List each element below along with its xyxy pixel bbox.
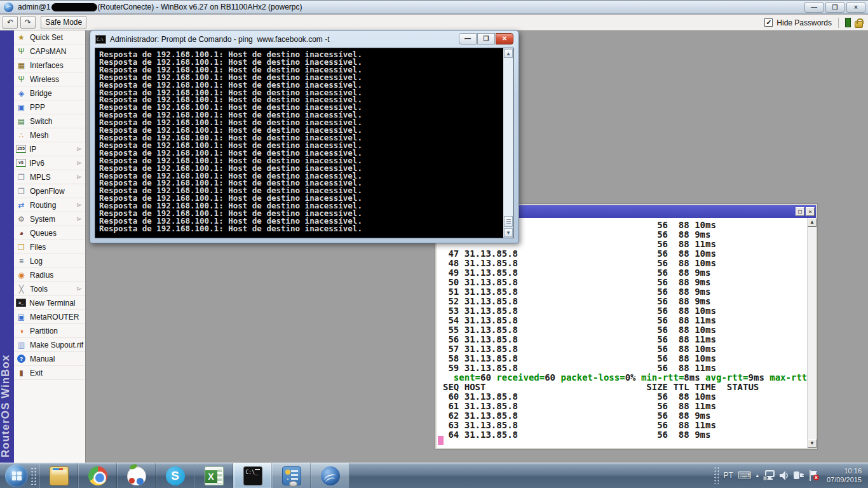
close-button[interactable]: ×	[846, 2, 865, 13]
undo-button[interactable]: ↶	[3, 16, 18, 29]
taskbar-button-skype[interactable]: S	[156, 463, 194, 488]
sidebar-item-ipv6[interactable]: v6IPv6▻	[14, 156, 85, 170]
cmd-scroll-down-button[interactable]: ▼	[504, 228, 513, 237]
sidebar-item-switch[interactable]: ▤Switch	[14, 114, 85, 128]
cmd-scroll-thumb[interactable]	[504, 216, 513, 227]
terminal-row: 50 31.13.85.8 56 88 9ms	[443, 278, 806, 287]
sidebar-item-mesh[interactable]: ∴Mesh	[14, 128, 85, 142]
sidebar-item-ppp[interactable]: ▣PPP	[14, 100, 85, 114]
sidebar-item-label: PPP	[30, 103, 45, 112]
network-icon[interactable]	[763, 470, 775, 481]
sidebar-item-label: Files	[30, 243, 46, 252]
metarouter-icon: ▣	[16, 312, 27, 322]
cmd-maximize-button[interactable]: ❐	[477, 33, 495, 44]
sidebar-item-log[interactable]: ≡Log	[14, 254, 85, 268]
terminal-close-button[interactable]: ×	[806, 207, 815, 216]
language-indicator[interactable]: PT	[723, 471, 733, 480]
sidebar-item-new-terminal[interactable]: >_New Terminal	[14, 296, 85, 310]
sidebar-item-exit[interactable]: ▮Exit	[14, 366, 85, 380]
terminal-stats-row: sent=60 received=60 packet-loss=0% min-r…	[443, 373, 806, 383]
sidebar-item-capsman[interactable]: ΨCAPsMAN	[14, 44, 85, 58]
sidebar-item-ip[interactable]: 255IP▻	[14, 142, 85, 156]
terminal-cursor	[438, 436, 444, 445]
clock[interactable]: 10:16 07/09/2015	[827, 466, 862, 484]
start-button[interactable]	[5, 464, 28, 487]
taskbar-button-excel[interactable]	[194, 463, 233, 488]
hide-passwords-checkbox[interactable]: ✓	[764, 18, 773, 27]
sidebar-item-label: Queues	[30, 229, 57, 238]
sidebar-item-interfaces[interactable]: ▦Interfaces	[14, 58, 85, 72]
sidebar-item-manual[interactable]: ?Manual	[14, 352, 85, 366]
cmd-minimize-button[interactable]: —	[459, 33, 477, 44]
sidebar-item-label: Log	[30, 257, 43, 266]
terminal-scrollbar[interactable]: ▲ ▼	[807, 218, 816, 448]
cmd-titlebar[interactable]: C:\ Administrador: Prompt de Comando - p…	[90, 30, 519, 48]
log-icon: ≡	[16, 256, 27, 266]
terminal-header-row: SEQ HOST SIZE TTL TIME STATUS	[443, 383, 806, 392]
winbox-app-icon	[4, 3, 13, 12]
sidebar-item-quick-set[interactable]: ★Quick Set	[14, 30, 85, 44]
sidebar-item-queues[interactable]: ◕Queues	[14, 226, 85, 240]
bridge-icon: ◈	[16, 88, 27, 98]
taskbar-button-winbox-session[interactable]	[311, 463, 349, 488]
cmd-scrollbar[interactable]: ▲ ▼	[503, 48, 513, 238]
sidebar-item-mpls[interactable]: ❐MPLS▻	[14, 170, 85, 184]
taskbar-button-chrome[interactable]	[78, 463, 117, 488]
radius-icon: ◉	[16, 270, 27, 280]
command-prompt-window[interactable]: C:\ Administrador: Prompt de Comando - p…	[90, 30, 519, 243]
excel-icon	[205, 466, 224, 485]
sidebar-item-openflow[interactable]: ❐OpenFlow	[14, 184, 85, 198]
mouse-icon	[289, 481, 297, 487]
cmd-icon: C:\	[95, 35, 106, 44]
terminal-row: 60 31.13.85.8 56 88 10ms	[443, 392, 806, 402]
action-center-flag-icon[interactable]	[808, 470, 820, 481]
power-plug-icon[interactable]	[793, 470, 804, 480]
winbox-toolbar: ↶ ↷ Safe Mode ✓ Hide Passwords	[0, 15, 868, 30]
ppp-icon: ▣	[16, 102, 27, 112]
sidebar-item-label: IP	[29, 145, 36, 154]
sidebar-item-make-supout-rif[interactable]: ▥Make Supout.rif	[14, 338, 85, 352]
hide-passwords-label: Hide Passwords	[776, 18, 832, 27]
keyboard-icon[interactable]: ⌨	[738, 470, 752, 481]
terminal-row: 56 31.13.85.8 56 88 11ms	[443, 335, 806, 344]
terminal-maximize-button[interactable]: □	[796, 207, 804, 216]
sidebar-item-tools[interactable]: ╳Tools▻	[14, 282, 85, 296]
taskbar-button-file-explorer[interactable]	[39, 463, 78, 488]
sidebar-item-partition[interactable]: ◑Partition	[14, 324, 85, 338]
volume-icon[interactable]	[780, 471, 789, 480]
sidebar-item-label: Manual	[30, 355, 55, 363]
show-hidden-icons-button[interactable]: ▴	[756, 472, 759, 478]
terminal-row: 53 31.13.85.8 56 88 10ms	[443, 306, 806, 316]
taskbar-button-command-prompt[interactable]: C:\_	[233, 463, 272, 488]
cmd-close-button[interactable]: ✕	[496, 33, 513, 44]
sidebar-item-system[interactable]: ⚙System▻	[14, 212, 85, 226]
quick-set-icon: ★	[16, 32, 27, 43]
routing-icon: ⇄	[16, 200, 27, 210]
terminal-row: 51 31.13.85.8 56 88 9ms	[443, 287, 806, 297]
sidebar-item-files[interactable]: ❒Files	[14, 240, 85, 254]
sidebar-item-label: New Terminal	[29, 299, 75, 308]
clock-time: 10:16	[827, 466, 862, 475]
minimize-button[interactable]: —	[804, 2, 824, 13]
winbox-titlebar[interactable]: admin@1(RouterConecte) - WinBox v6.27 on…	[0, 0, 868, 14]
tray-grip[interactable]	[714, 466, 719, 484]
make-supout-rif-icon: ▥	[16, 340, 27, 350]
file-explorer-icon	[50, 466, 69, 485]
sidebar-item-metarouter[interactable]: ▣MetaROUTER	[14, 310, 85, 324]
ipv6-icon: v6	[16, 159, 26, 167]
sidebar-item-radius[interactable]: ◉Radius	[14, 268, 85, 282]
sidebar-item-wireless[interactable]: ΨWireless	[14, 72, 85, 86]
taskbar-button-security-app[interactable]	[117, 463, 156, 488]
terminal-row: 58 31.13.85.8 56 88 10ms	[443, 354, 806, 363]
sidebar-item-bridge[interactable]: ◈Bridge	[14, 86, 85, 100]
sidebar-item-routing[interactable]: ⇄Routing▻	[14, 198, 85, 212]
redo-button[interactable]: ↷	[20, 16, 36, 29]
taskbar-grip[interactable]	[31, 467, 37, 485]
cmd-scroll-up-button[interactable]: ▲	[504, 49, 513, 58]
taskbar-button-winbox-loader[interactable]	[272, 463, 311, 488]
terminal-scroll-down-button[interactable]: ▼	[808, 439, 817, 448]
safe-mode-button[interactable]: Safe Mode	[41, 16, 86, 29]
restore-button[interactable]: ❐	[825, 2, 844, 13]
terminal-scroll-up-button[interactable]: ▲	[808, 218, 817, 227]
redacted-ip	[51, 3, 97, 11]
